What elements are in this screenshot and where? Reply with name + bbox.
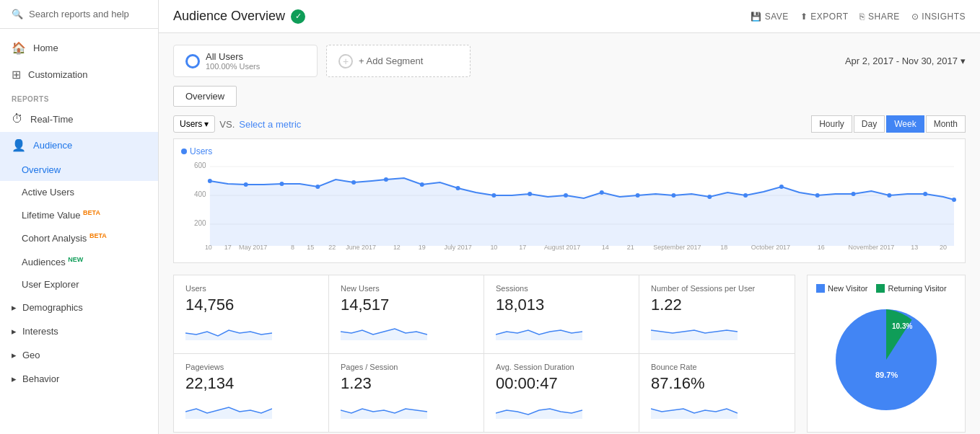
stat-value-users: 14,756 <box>185 296 317 314</box>
sidebar-item-geo[interactable]: ▸ Geo <box>0 343 158 367</box>
svg-text:400: 400 <box>194 190 206 198</box>
svg-point-27 <box>952 198 956 202</box>
add-circle-icon: + <box>338 54 353 68</box>
svg-text:10: 10 <box>490 244 497 251</box>
chevron-right-icon-behavior: ▸ <box>12 373 17 384</box>
export-icon: ⬆ <box>800 12 808 22</box>
sidebar-item-overview[interactable]: Overview <box>0 159 158 181</box>
svg-point-26 <box>923 192 927 196</box>
stat-value-avg-session: 00:00:47 <box>496 374 627 393</box>
stat-label-bounce-rate: Bounce Rate <box>651 363 783 371</box>
legend-green-color <box>876 284 885 293</box>
sidebar-item-audiences[interactable]: Audiences NEW <box>0 250 158 273</box>
legend-returning-visitor: Returning Visitor <box>876 284 946 293</box>
stat-cell-users: Users 14,756 <box>174 275 329 354</box>
legend-dot <box>181 149 187 154</box>
stat-value-pages-per-session: 1.23 <box>341 374 472 393</box>
home-icon: 🏠 <box>12 41 26 55</box>
svg-text:October 2017: October 2017 <box>751 244 790 251</box>
geo-label: Geo <box>22 350 40 360</box>
top-bar-actions: 💾 SAVE ⬆ EXPORT ⎘ SHARE ⊙ INSIGHTS <box>751 12 966 22</box>
export-button[interactable]: ⬆ EXPORT <box>800 12 849 22</box>
chevron-right-icon-geo: ▸ <box>12 350 17 360</box>
time-btn-month[interactable]: Month <box>926 115 966 133</box>
sidebar: 🔍 Search reports and help 🏠 Home ⊞ Custo… <box>0 0 159 434</box>
svg-point-20 <box>707 195 712 199</box>
svg-text:89.7%: 89.7% <box>875 371 898 379</box>
sidebar-item-cohort[interactable]: Cohort Analysis BETA <box>0 226 158 249</box>
chart-legend-label: Users <box>190 146 212 156</box>
sidebar-item-customization[interactable]: ⊞ Customization <box>0 61 158 88</box>
cohort-label: Cohort Analysis <box>22 234 87 244</box>
svg-text:10: 10 <box>205 244 212 251</box>
sparkline-bounce-rate <box>651 397 738 419</box>
date-range-picker[interactable]: Apr 2, 2017 - Nov 30, 2017 ▾ <box>845 56 966 66</box>
save-button[interactable]: 💾 SAVE <box>751 12 789 22</box>
sidebar-item-user-explorer[interactable]: User Explorer <box>0 273 158 296</box>
time-btn-week[interactable]: Week <box>886 115 924 133</box>
svg-text:8: 8 <box>291 244 294 251</box>
svg-text:22: 22 <box>328 244 336 251</box>
add-segment-button[interactable]: + + Add Segment <box>326 45 471 77</box>
stat-cell-pages-per-session: Pages / Session 1.23 <box>329 354 484 432</box>
metric-selector: Users ▾ VS. Select a metric <box>173 115 301 133</box>
share-button[interactable]: ⎘ SHARE <box>859 12 899 22</box>
user-explorer-label: User Explorer <box>22 279 79 290</box>
stat-label-pageviews: Pageviews <box>185 363 317 371</box>
page-title-area: Audience Overview ✓ <box>173 9 305 24</box>
insights-icon: ⊙ <box>911 12 919 22</box>
svg-text:July 2017: July 2017 <box>444 244 471 251</box>
sparkline-new-users <box>341 319 427 340</box>
main-content: Audience Overview ✓ 💾 SAVE ⬆ EXPORT ⎘ SH… <box>159 0 980 434</box>
select-metric-link[interactable]: Select a metric <box>239 119 301 130</box>
sidebar-item-interests[interactable]: ▸ Interests <box>0 319 158 343</box>
chart-controls: Users ▾ VS. Select a metric Hourly Day W… <box>173 115 966 133</box>
lifetime-beta-badge: BETA <box>83 209 100 216</box>
realtime-label: Real-Time <box>30 114 73 125</box>
svg-point-12 <box>420 182 424 187</box>
stat-label-users: Users <box>185 284 317 293</box>
chevron-right-icon-interests: ▸ <box>12 326 17 337</box>
stat-value-pageviews: 22,134 <box>185 374 317 393</box>
tab-overview-label: Overview <box>185 91 224 102</box>
demographics-label: Demographics <box>22 302 83 313</box>
sidebar-item-home[interactable]: 🏠 Home <box>0 35 158 61</box>
time-btn-hourly[interactable]: Hourly <box>811 115 852 133</box>
sidebar-item-lifetime-value[interactable]: Lifetime Value BETA <box>0 203 158 226</box>
svg-point-8 <box>279 182 284 186</box>
segment-all-users[interactable]: All Users 100.00% Users <box>173 45 318 77</box>
legend-new-visitor-label: New Visitor <box>828 284 867 293</box>
svg-point-14 <box>491 193 496 198</box>
pie-legend: New Visitor Returning Visitor <box>816 284 947 293</box>
svg-point-25 <box>887 193 891 198</box>
metric-dropdown[interactable]: Users ▾ <box>173 115 215 133</box>
sidebar-home-label: Home <box>33 43 58 53</box>
line-chart: 600 400 200 <box>181 159 958 253</box>
segment-circle <box>185 54 200 68</box>
sparkline-pageviews <box>185 397 272 419</box>
svg-text:June 2017: June 2017 <box>346 244 376 251</box>
svg-text:600: 600 <box>194 161 206 169</box>
chart-legend: Users <box>181 146 958 156</box>
svg-point-16 <box>564 193 568 198</box>
audience-icon: 👤 <box>12 138 26 152</box>
share-label: SHARE <box>868 12 900 22</box>
search-label: Search reports and help <box>29 9 129 19</box>
insights-button[interactable]: ⊙ INSIGHTS <box>911 12 966 22</box>
svg-point-22 <box>779 185 784 189</box>
sidebar-item-behavior[interactable]: ▸ Behavior <box>0 367 158 391</box>
time-btn-day[interactable]: Day <box>854 115 885 133</box>
sidebar-item-audience[interactable]: 👤 Audience <box>0 132 158 159</box>
sidebar-item-realtime[interactable]: ⏱ Real-Time <box>0 106 158 132</box>
svg-text:19: 19 <box>419 244 426 251</box>
audience-label: Audience <box>33 140 72 151</box>
sidebar-item-active-users[interactable]: Active Users <box>0 181 158 203</box>
sidebar-search[interactable]: 🔍 Search reports and help <box>0 0 158 29</box>
sparkline-avg-session <box>496 397 582 419</box>
tab-overview[interactable]: Overview <box>173 86 237 107</box>
insights-label: INSIGHTS <box>922 12 966 22</box>
sidebar-item-demographics[interactable]: ▸ Demographics <box>0 296 158 319</box>
svg-text:13: 13 <box>911 244 918 251</box>
legend-returning-visitor-label: Returning Visitor <box>888 284 946 293</box>
svg-text:August 2017: August 2017 <box>544 244 580 251</box>
